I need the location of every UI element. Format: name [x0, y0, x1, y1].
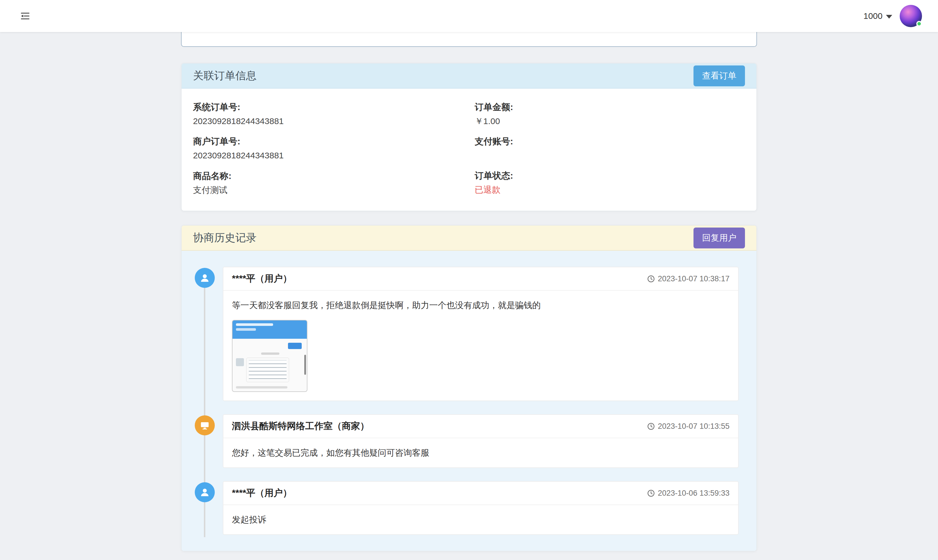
- sidebar-toggle-button[interactable]: [18, 9, 32, 23]
- clock-icon: [647, 489, 655, 497]
- entry-author: ****平（用户）: [232, 487, 292, 499]
- related-order-card: 关联订单信息 查看订单 系统订单号: 2023092818244343881 商…: [181, 63, 757, 211]
- credits-value: 1000: [863, 11, 883, 21]
- status-refunded: 已退款: [475, 184, 745, 196]
- user-avatar-icon: [195, 482, 215, 502]
- attachment-blue-bubble: [288, 343, 302, 349]
- attachment-footer-line: [236, 386, 287, 388]
- chevron-down-icon: [886, 15, 892, 18]
- attachment-thumbnail[interactable]: [232, 320, 307, 392]
- attachment-timestamp-line: [261, 352, 279, 355]
- history-timeline: ****平（用户） 2023-10-07 10:38:17 等一天都没客服回复我…: [182, 251, 756, 551]
- attachment-scrollbar: [304, 355, 306, 375]
- complaint-form-partial-box: [181, 32, 757, 47]
- reply-user-button[interactable]: 回复用户: [693, 228, 745, 248]
- field-order-amount: 订单金额: ￥1.00: [475, 101, 745, 127]
- field-merchant-order-no: 商户订单号: 2023092818244343881: [193, 135, 463, 161]
- entry-message: 您好，这笔交易已完成，如您有其他疑问可咨询客服: [223, 438, 738, 468]
- credits-dropdown[interactable]: 1000: [863, 11, 892, 21]
- entry-author: ****平（用户）: [232, 272, 292, 285]
- attachment-chat-header: [233, 320, 307, 339]
- entry-time: 2023-10-07 10:38:17: [647, 274, 730, 283]
- related-order-card-header: 关联订单信息 查看订单: [182, 63, 756, 89]
- attachment-text-bubble: [246, 358, 289, 382]
- page-content: 关联订单信息 查看订单 系统订单号: 2023092818244343881 商…: [181, 32, 757, 551]
- clock-icon: [647, 423, 655, 430]
- merchant-avatar-icon: [195, 415, 215, 435]
- field-payment-account: 支付账号:: [475, 135, 745, 161]
- field-product-name: 商品名称: 支付测试: [193, 170, 463, 196]
- entry-time: 2023-10-06 13:59:33: [647, 489, 730, 498]
- history-entry: ****平（用户） 2023-10-07 10:38:17 等一天都没客服回复我…: [223, 267, 739, 401]
- online-status-dot: [916, 21, 922, 26]
- order-fields: 系统订单号: 2023092818244343881 商户订单号: 202309…: [182, 89, 756, 211]
- entry-message: 等一天都没客服回复我，拒绝退款倒是挺快啊，助力一个也没有成功，就是骗钱的: [223, 291, 738, 400]
- entry-author: 泗洪县酷斯特网络工作室（商家）: [232, 420, 369, 432]
- related-order-title: 关联订单信息: [193, 69, 257, 83]
- entry-message: 发起投诉: [223, 505, 738, 534]
- entry-header: ****平（用户） 2023-10-06 13:59:33: [223, 482, 738, 505]
- order-fields-left: 系统订单号: 2023092818244343881 商户订单号: 202309…: [193, 101, 463, 205]
- view-order-button[interactable]: 查看订单: [693, 65, 745, 86]
- history-entry: 泗洪县酷斯特网络工作室（商家） 2023-10-07 10:13:55 您好，这…: [223, 414, 739, 468]
- entry-header: 泗洪县酷斯特网络工作室（商家） 2023-10-07 10:13:55: [223, 415, 738, 438]
- clock-icon: [647, 275, 655, 283]
- history-entry: ****平（用户） 2023-10-06 13:59:33 发起投诉: [223, 481, 739, 535]
- order-fields-right: 订单金额: ￥1.00 支付账号: 订单状态: 已退款: [475, 101, 745, 205]
- user-avatar[interactable]: [899, 5, 922, 27]
- entry-header: ****平（用户） 2023-10-07 10:38:17: [223, 267, 738, 291]
- negotiation-history-title: 协商历史记录: [193, 231, 257, 245]
- top-navbar: 1000: [0, 0, 938, 32]
- entry-time: 2023-10-07 10:13:55: [647, 422, 730, 431]
- field-order-status: 订单状态: 已退款: [475, 170, 745, 195]
- menu-fold-icon: [20, 10, 31, 22]
- attachment-sender-avatar: [236, 358, 244, 366]
- user-avatar-icon: [195, 268, 215, 288]
- negotiation-history-card: 协商历史记录 回复用户 ****平（用户）: [181, 225, 757, 551]
- field-system-order-no: 系统订单号: 2023092818244343881: [193, 101, 463, 127]
- negotiation-history-header: 协商历史记录 回复用户: [182, 226, 756, 251]
